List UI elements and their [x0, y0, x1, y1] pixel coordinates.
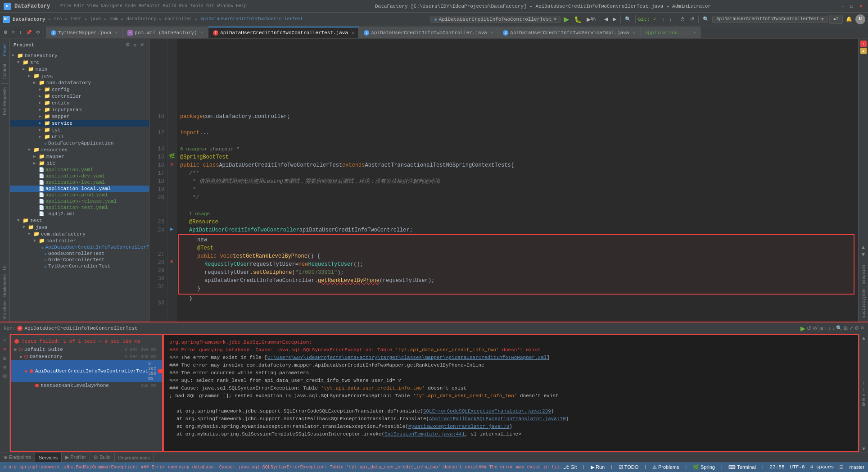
applications-tab[interactable]: Applications [861, 287, 866, 320]
services-tab[interactable]: Services [35, 453, 62, 462]
coverage-button[interactable]: ▶% [585, 15, 597, 23]
tree-item-config[interactable]: ▶ 📁 config [10, 86, 149, 93]
run-external-btn[interactable]: ⤢ [849, 325, 853, 331]
maximize-button[interactable]: □ [848, 3, 855, 10]
debug-button[interactable]: 🐛 [572, 15, 583, 24]
git-tool-btn[interactable]: Git [2, 263, 8, 272]
tree-item-main[interactable]: ▶ 📁 main [10, 66, 149, 73]
scroll-up-btn[interactable]: ▲ [861, 244, 866, 250]
tree-item-log4j2[interactable]: ▶ 📄 log4j2.xml [10, 211, 149, 217]
tab-tytusermapper[interactable]: J TytUserMapper.java ✕ [46, 27, 122, 38]
tab-serviceimpl[interactable]: J ApiDataUserCreditInfoTwoServiceImpl.ja… [498, 27, 640, 38]
tree-item-test-com[interactable]: ▼ 📁 com.datafactory [10, 231, 149, 237]
tree-item-inputparam[interactable]: ▶ 📁 inputparam [10, 106, 149, 113]
tree-item-goodscontroller[interactable]: ▶ ☕ GoodsControllerTest [10, 250, 149, 257]
structure-tool-btn[interactable]: Structure [2, 300, 8, 322]
project-tool-btn[interactable]: Project [2, 41, 8, 58]
run-stop-btn[interactable]: ⊘ [813, 325, 817, 331]
test-getranklevelbphone[interactable]: ▶ testGetRankLevelByPhone 238 ms [11, 382, 162, 389]
tab-close-btn[interactable]: ✕ [115, 30, 118, 35]
tree-item-util[interactable]: ▶ 📁 util [10, 133, 149, 140]
run-expand-btn[interactable]: ⊞ [844, 325, 848, 331]
expand-all-btn[interactable]: ↕ [18, 29, 23, 36]
close-button[interactable]: ✕ [857, 3, 864, 10]
tab-active-test[interactable]: T ApiDataUserCreditInfoTwoControllerTest… [208, 27, 359, 38]
back-button[interactable]: ◀ [602, 15, 610, 23]
tab-close-btn[interactable]: ✕ [491, 30, 493, 35]
tree-item-apidatausertest[interactable]: ▶ ☕ ApiDataUserCreditInfoTwoControllerTe… [10, 244, 149, 250]
sidebar-close-btn[interactable]: ✕ [139, 41, 145, 48]
tree-item-test[interactable]: ▼ 📁 test [10, 217, 149, 224]
tree-item-app-yaml[interactable]: ▶ 📄 application.yaml [10, 167, 149, 173]
panel-icon-3[interactable]: ⊘ [1, 354, 9, 362]
panel-icon-5[interactable]: ⚙ [1, 372, 9, 380]
filter-3-btn[interactable]: 🗑 [862, 402, 866, 406]
master-btn[interactable]: master [849, 464, 864, 470]
run-down-btn[interactable]: ↓ [832, 326, 835, 331]
test-apidatausertest-selected[interactable]: ▶ ApiDataUserCreditInfoTwoControllerTest… [11, 360, 162, 382]
run-config-dropdown[interactable]: ApiDataUserCreditInfoTwoControllerTest [439, 17, 552, 22]
scroll-down-btn[interactable]: ↓ [863, 386, 865, 392]
tree-item-entity[interactable]: ▶ 📁 entity [10, 100, 149, 106]
tab-close-btn[interactable]: ✕ [201, 30, 203, 35]
run-play-btn[interactable]: ▶ [800, 325, 805, 332]
run-settings-btn[interactable]: ⚙ [854, 325, 859, 331]
profiler-tab[interactable]: ▶ Profiler [62, 453, 90, 462]
tree-item-app-release-yaml[interactable]: ▶ 📄 application-release.yaml [10, 198, 149, 204]
tree-item-service[interactable]: ▶ 📁 service [10, 120, 149, 127]
sidebar-gear-btn[interactable]: ≡ [132, 41, 138, 48]
tree-item-app-loc-yaml[interactable]: ▶ 📄 application-loc.yaml [10, 179, 149, 186]
build-tab[interactable]: ⚙ Build [90, 453, 115, 462]
tree-item-com[interactable]: ▶ 📁 com.datafactory [10, 79, 149, 86]
code-editor[interactable]: package com.datafactory.controller; impo… [176, 39, 858, 322]
run-filter-btn[interactable]: ≡ [820, 326, 823, 331]
run-search-btn[interactable]: 🔍 [836, 325, 842, 331]
tree-item-tytusercontroller[interactable]: ▶ ☕ TytUserControllerTest [10, 263, 149, 269]
tree-item-ordercontroller[interactable]: ▶ ☕ OrderControllerTest [10, 257, 149, 263]
run-close-btn[interactable]: ✕ [860, 325, 864, 331]
tree-item-mapper[interactable]: ▶ 📁 mapper [10, 113, 149, 120]
tab-controller[interactable]: J ApiDataUserCreditInfoTwoController.jav… [359, 27, 498, 38]
bookmarks-tool-btn[interactable]: Bookmarks [2, 272, 8, 299]
collapse-all-btn[interactable]: ≡ [10, 29, 17, 36]
warning-indicator[interactable]: ▲ [860, 48, 867, 54]
git-push[interactable]: ↓ [668, 16, 674, 23]
tree-item-tyt[interactable]: ▶ 📁 tyt [10, 127, 149, 133]
tab-close-btn[interactable]: ✕ [693, 30, 696, 35]
tree-item-src[interactable]: ▼ 📁 src [10, 59, 149, 66]
window-controls[interactable]: ─ □ ✕ [839, 3, 864, 10]
panel-icon-4[interactable]: ≡ [1, 363, 9, 371]
settings-button[interactable]: 🔍 [701, 15, 711, 23]
history-button[interactable]: ⏱ [678, 16, 687, 23]
tree-item-java[interactable]: ▶ 📁 java [10, 73, 149, 79]
tab-close-btn[interactable]: ✕ [352, 31, 354, 36]
panel-icon-1[interactable]: ✓ [1, 336, 9, 344]
tab-close-btn[interactable]: ✕ [633, 30, 635, 35]
commit-tool-btn[interactable]: Commit [2, 62, 8, 81]
run-up-btn[interactable]: ↑ [828, 326, 831, 331]
tree-item-resources[interactable]: ▼ 📁 resources [10, 146, 149, 153]
tree-item-resources-mapper[interactable]: ▶ 📁 mapper [10, 153, 149, 160]
sidebar-settings-btn[interactable]: ⚙ [124, 41, 131, 48]
filter-2-btn[interactable]: ⊞ [862, 397, 866, 402]
todo-btn[interactable]: ☑ TODO [619, 464, 638, 470]
pin-btn[interactable]: 📌 [24, 29, 33, 36]
tab-pom[interactable]: x pom.xml (DataFactory) ✕ [122, 27, 208, 38]
test-default-suite[interactable]: ▶ Default Suite 9 sec 390 ms [11, 346, 162, 353]
pull-requests-tool-btn[interactable]: Pull Requests [2, 86, 8, 117]
tree-item-app-local-yaml[interactable]: ▶ 📄 application-local.yaml [10, 186, 149, 192]
git-update[interactable]: ↑ [660, 16, 666, 23]
endpoints-tab[interactable]: ⊕ Endpoints [0, 453, 35, 462]
error-indicator[interactable]: ! [860, 41, 867, 47]
panel-icon-2[interactable]: ✕ [1, 345, 9, 353]
test-datafactory[interactable]: ▶ DataFactory 9 sec 390 ms [11, 353, 162, 360]
tree-item-app-dev-yaml[interactable]: ▶ 📄 application-dev.yaml [10, 173, 149, 179]
tree-item-datafactoryapp[interactable]: ▶ ☕ DataFactoryApplication [10, 140, 149, 146]
tab-settings-btn[interactable]: ⚙ [2, 29, 9, 36]
tree-item-app-test-yaml[interactable]: ▶ 📄 application-test.yaml [10, 204, 149, 211]
revert-button[interactable]: ↺ [688, 15, 696, 23]
terminal-btn[interactable]: ⌨ Terminal [728, 464, 755, 470]
spring-btn[interactable]: 🌿 Spring [693, 464, 715, 470]
filter-1-btn[interactable]: ≡ [863, 393, 865, 397]
tree-item-test-java[interactable]: ▼ 📁 java [10, 224, 149, 231]
